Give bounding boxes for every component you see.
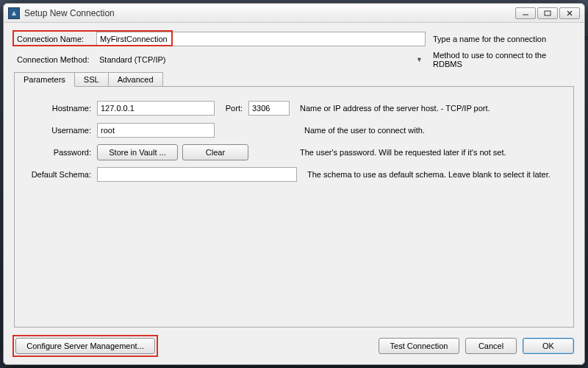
connection-name-input[interactable] xyxy=(96,32,426,46)
maximize-button[interactable] xyxy=(537,7,558,19)
cancel-button[interactable]: Cancel xyxy=(465,338,517,354)
connection-method-dropdown[interactable]: Standard (TCP/IP) ▼ xyxy=(96,52,426,67)
username-row: Username: Name of the user to connect wi… xyxy=(24,119,564,141)
tab-ssl[interactable]: SSL xyxy=(74,72,109,87)
password-help: The user's password. Will be requested l… xyxy=(300,148,506,157)
hostname-input[interactable] xyxy=(97,101,215,116)
connection-method-label: Connection Method: xyxy=(14,55,96,64)
connection-name-row: Connection Name: Type a name for the con… xyxy=(14,30,574,48)
store-in-vault-button[interactable]: Store in Vault ... xyxy=(97,144,178,160)
titlebar: Setup New Connection xyxy=(4,4,584,23)
window-title: Setup New Connection xyxy=(24,8,515,18)
username-help: Name of the user to connect with. xyxy=(304,126,425,135)
dialog-window: Setup New Connection Connection Name: Ty… xyxy=(3,3,585,365)
password-label: Password: xyxy=(24,148,97,157)
username-label: Username: xyxy=(24,126,97,135)
port-input[interactable] xyxy=(248,101,290,116)
username-input[interactable] xyxy=(97,123,215,138)
connection-method-help: Method to use to connect to the RDBMS xyxy=(433,51,574,68)
default-schema-input[interactable] xyxy=(97,167,297,182)
configure-server-management-button[interactable]: Configure Server Management... xyxy=(15,338,155,354)
tab-panel-parameters: Hostname: Port: Name or IP address of th… xyxy=(14,86,574,328)
default-schema-label: Default Schema: xyxy=(24,170,97,179)
panel-spacer xyxy=(24,185,564,321)
connection-name-label: Connection Name: xyxy=(14,35,96,43)
connection-name-help: Type a name for the connection xyxy=(433,35,574,43)
clear-password-button[interactable]: Clear xyxy=(182,144,248,160)
minimize-button[interactable] xyxy=(515,7,536,19)
connection-method-value: Standard (TCP/IP) xyxy=(99,55,165,64)
hostname-row: Hostname: Port: Name or IP address of th… xyxy=(24,97,564,119)
svg-rect-9 xyxy=(545,11,551,15)
app-icon xyxy=(8,7,20,19)
footer: Configure Server Management... Test Conn… xyxy=(4,330,584,364)
tab-advanced[interactable]: Advanced xyxy=(108,72,163,87)
configure-highlight: Configure Server Management... xyxy=(14,336,157,355)
connection-method-row: Connection Method: Standard (TCP/IP) ▼ M… xyxy=(14,51,574,68)
hostname-label: Hostname: xyxy=(24,104,97,113)
default-schema-row: Default Schema: The schema to use as def… xyxy=(24,163,564,185)
tab-parameters[interactable]: Parameters xyxy=(14,72,75,87)
test-connection-button[interactable]: Test Connection xyxy=(379,338,459,354)
window-controls xyxy=(515,7,580,19)
close-button[interactable] xyxy=(559,7,580,19)
password-row: Password: Store in Vault ... Clear The u… xyxy=(24,141,564,163)
ok-button[interactable]: OK xyxy=(523,338,574,354)
content-area: Connection Name: Type a name for the con… xyxy=(4,23,584,330)
default-schema-help: The schema to use as default schema. Lea… xyxy=(307,170,551,179)
chevron-down-icon: ▼ xyxy=(416,56,423,63)
tab-bar: Parameters SSL Advanced xyxy=(14,71,574,86)
port-label: Port: xyxy=(215,104,248,113)
hostname-help: Name or IP address of the server host. -… xyxy=(300,104,490,113)
